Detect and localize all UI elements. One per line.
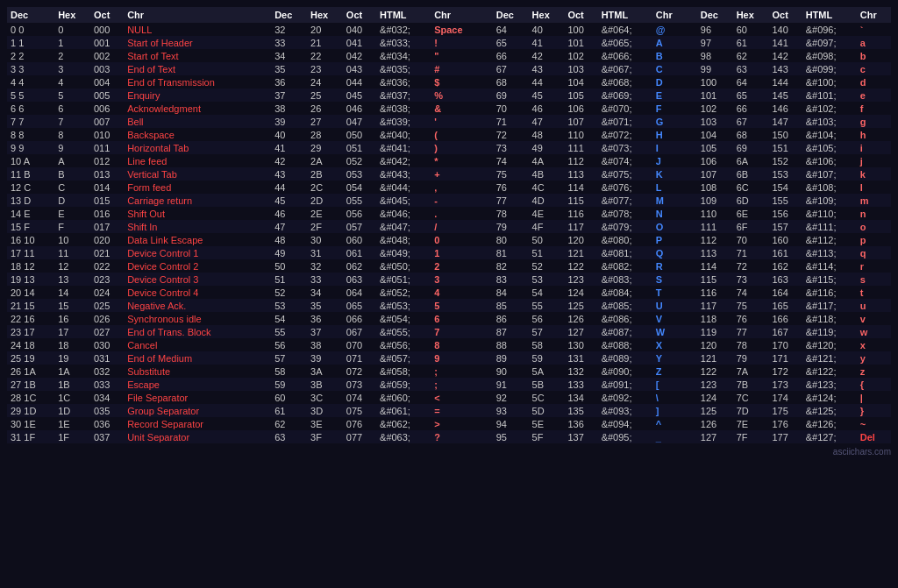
col1-oct: 016 (90, 207, 124, 220)
col1-dec: 23 17 (7, 325, 54, 338)
col4-char: ~ (857, 417, 891, 430)
col3-html: &#091; (598, 378, 652, 391)
col-sep2 (482, 102, 493, 115)
col4-oct: 177 (768, 430, 802, 443)
col-sep3 (687, 128, 697, 141)
col2-oct: 073 (343, 378, 376, 391)
col-sep2 (482, 167, 493, 181)
col4-oct: 153 (768, 167, 802, 181)
col2-html: &#059; (376, 378, 431, 391)
col2-hex: 3D (307, 404, 343, 417)
col-sep1 (260, 233, 271, 246)
col2-dec: 51 (271, 273, 307, 286)
col-sep2 (482, 273, 493, 286)
col3-hex: 48 (529, 128, 565, 141)
col1-oct: 031 (90, 351, 124, 365)
col4-oct: 172 (768, 365, 802, 378)
col2-dec: 59 (271, 378, 307, 391)
col3-char: ] (652, 404, 687, 417)
col3-char: [ (652, 378, 687, 391)
col-header-dec1: Dec (7, 7, 54, 23)
col4-html: &#112; (802, 233, 857, 246)
col2-char: + (431, 167, 482, 181)
table-row: 10 A A 012 Line feed 42 2A 052 &#042; * … (7, 154, 891, 167)
col3-hex: 42 (529, 49, 565, 62)
col1-hex: 16 (54, 312, 90, 325)
col4-hex: 71 (733, 246, 769, 259)
col-sep3 (687, 378, 697, 391)
col-sep1 (260, 89, 271, 102)
col1-chr: Device Control 1 (124, 246, 260, 259)
col3-dec: 76 (493, 181, 529, 194)
table-header-row: Dec Hex Oct Chr Dec Hex Oct HTML Chr Dec… (7, 7, 891, 23)
col3-html: &#090; (598, 365, 652, 378)
col3-dec: 65 (493, 36, 529, 49)
col2-oct: 045 (343, 89, 376, 102)
col-sep2 (482, 430, 493, 443)
col1-hex: 8 (54, 128, 90, 141)
col1-hex: 1F (54, 430, 90, 443)
col2-char: $ (431, 75, 482, 89)
col1-dec: 25 19 (7, 351, 54, 365)
col2-char: . (431, 207, 482, 220)
col2-oct: 071 (343, 351, 376, 365)
table-row: 29 1D 1D 035 Group Separator 61 3D 075 &… (7, 404, 891, 417)
col3-html: &#072; (598, 128, 652, 141)
col3-char: L (652, 181, 687, 194)
col2-char: ? (431, 430, 482, 443)
col3-oct: 115 (564, 194, 597, 207)
col3-dec: 71 (493, 115, 529, 128)
col2-dec: 63 (271, 430, 307, 443)
col1-dec: 24 18 (7, 338, 54, 351)
col1-chr: Synchronous idle (124, 312, 260, 325)
col-sep2 (482, 7, 493, 23)
col4-hex: 61 (733, 36, 769, 49)
col3-dec: 73 (493, 141, 529, 154)
col4-html: &#116; (802, 286, 857, 299)
col3-oct: 131 (564, 351, 597, 365)
col2-char: > (431, 417, 482, 430)
table-row: 13 D D 015 Carriage return 45 2D 055 &#0… (7, 194, 891, 207)
col-sep3 (687, 141, 697, 154)
col3-char: K (652, 167, 687, 181)
col4-html: &#114; (802, 259, 857, 273)
col-sep3 (687, 23, 697, 36)
col-sep1 (260, 36, 271, 49)
col4-char: s (857, 273, 891, 286)
col-sep1 (260, 378, 271, 391)
col3-oct: 137 (564, 430, 597, 443)
col1-chr: Vertical Tab (124, 167, 260, 181)
col-sep2 (482, 23, 493, 36)
col4-html: &#096; (802, 23, 857, 36)
col4-oct: 144 (768, 75, 802, 89)
table-row: 2 2 2 002 Start of Text 34 22 042 &#034;… (7, 49, 891, 62)
col2-oct: 050 (343, 128, 376, 141)
col-header-oct3: Oct (564, 7, 597, 23)
col2-html: &#047; (376, 220, 431, 233)
col1-hex: 14 (54, 286, 90, 299)
col3-char: Q (652, 246, 687, 259)
col1-chr: Record Separator (124, 417, 260, 430)
col2-dec: 39 (271, 115, 307, 128)
col2-html: &#045; (376, 194, 431, 207)
col2-char: 9 (431, 351, 482, 365)
col2-hex: 36 (307, 312, 343, 325)
col4-hex: 67 (733, 115, 769, 128)
col3-oct: 136 (564, 417, 597, 430)
col1-chr: Shift Out (124, 207, 260, 220)
col-header-oct4: Oct (768, 7, 802, 23)
col3-html: &#083; (598, 273, 652, 286)
col1-chr: End of Trans. Block (124, 325, 260, 338)
col1-dec: 20 14 (7, 286, 54, 299)
col4-html: &#124; (802, 391, 857, 404)
col2-dec: 38 (271, 102, 307, 115)
col2-hex: 30 (307, 233, 343, 246)
col3-char: X (652, 338, 687, 351)
col3-oct: 106 (564, 102, 597, 115)
col2-oct: 042 (343, 49, 376, 62)
col4-html: &#107; (802, 167, 857, 181)
col2-html: &#051; (376, 273, 431, 286)
col3-char: D (652, 75, 687, 89)
col-sep1 (260, 391, 271, 404)
col1-dec: 28 1C (7, 391, 54, 404)
